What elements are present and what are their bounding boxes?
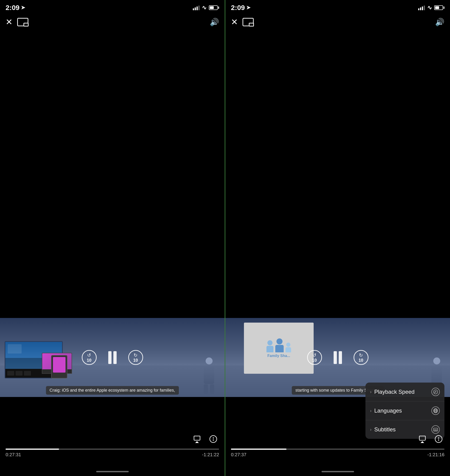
- chevron-playback-icon: ›: [370, 390, 372, 394]
- status-bar-right: 2:09 ➤ ∿: [225, 0, 450, 14]
- battery-right: [434, 5, 444, 10]
- skip-forward-label-right: 10: [358, 358, 363, 363]
- bar3r: [422, 6, 423, 10]
- skip-back-label-left: 10: [87, 358, 91, 363]
- skip-back-button-left[interactable]: ↺ 10: [82, 350, 97, 365]
- presentation-board-right: Family Sha...: [244, 323, 314, 374]
- close-button-left[interactable]: ✕: [6, 18, 12, 26]
- svg-point-22: [438, 440, 439, 441]
- time-row-left: 0:27:31 -1:21:22: [6, 452, 219, 457]
- languages-label: Languages: [374, 407, 402, 414]
- chevron-languages-icon: ›: [370, 408, 372, 413]
- bar2: [195, 7, 196, 10]
- subtitle-left: Craig: iOS and the entire Apple ecosyste…: [46, 386, 179, 395]
- skip-back-label-right: 10: [312, 358, 317, 363]
- more-options-button-right[interactable]: [433, 433, 444, 445]
- svg-marker-1: [195, 441, 199, 443]
- location-arrow-right: ➤: [246, 5, 250, 11]
- black-top-right: [225, 30, 450, 318]
- globe-icon: [432, 406, 440, 415]
- presenter-left: [203, 357, 215, 392]
- time-elapsed-left: 0:27:31: [6, 452, 21, 457]
- volume-button-left[interactable]: 🔊: [210, 18, 219, 26]
- options-menu-right: › Playback Speed ›: [365, 383, 444, 439]
- progress-track-left: [6, 449, 219, 450]
- subtitles-label: Subtitles: [374, 426, 396, 433]
- pip-button-right[interactable]: [243, 18, 254, 26]
- status-icons-left: ∿: [193, 4, 219, 11]
- chevron-subtitles-icon: ›: [370, 427, 372, 432]
- progress-fill-right: [231, 449, 286, 450]
- playback-speed-label: Playback Speed: [374, 389, 414, 395]
- svg-rect-17: [419, 436, 425, 440]
- bar2r: [420, 7, 421, 10]
- wifi-icon-left: ∿: [202, 4, 207, 11]
- family-sharing-icon: Family Sha...: [266, 338, 291, 358]
- left-panel: 2:09 ➤ ∿ ✕: [0, 0, 225, 476]
- home-indicator-left: [96, 471, 129, 472]
- skip-forward-label-left: 10: [133, 358, 138, 363]
- home-indicator-right: [321, 471, 354, 472]
- pause-button-right[interactable]: [334, 351, 342, 364]
- video-area-left: ↺ 10 ↻ 10 Craig: iOS and the entire Appl…: [0, 318, 225, 397]
- skip-back-button-right[interactable]: ↺ 10: [307, 350, 322, 365]
- bar3: [196, 6, 198, 10]
- pause-bar1: [108, 351, 112, 364]
- time-left: 2:09: [6, 4, 19, 12]
- svg-point-5: [213, 440, 214, 441]
- playback-controls-right: ↺ 10 ↻ 10: [307, 350, 368, 365]
- close-button-right[interactable]: ✕: [231, 18, 238, 26]
- svg-point-4: [213, 439, 214, 440]
- black-bottom-right: › Playback Speed ›: [225, 397, 450, 476]
- subtitles-icon: [432, 425, 440, 434]
- skip-forward-button-left[interactable]: ↻ 10: [128, 350, 143, 365]
- bar1r: [418, 8, 419, 10]
- right-panel: 2:09 ➤ ∿ ✕: [225, 0, 450, 476]
- progress-track-right: [231, 449, 444, 450]
- progress-bar-left[interactable]: [6, 449, 219, 450]
- skip-forward-button-right[interactable]: ↻ 10: [354, 350, 368, 365]
- menu-item-languages[interactable]: › Languages: [365, 401, 444, 420]
- bar4r: [424, 6, 425, 10]
- ipad-left: [51, 355, 67, 378]
- playback-controls-left: ↺ 10 ↻ 10: [82, 350, 143, 365]
- speedometer-icon: [432, 388, 440, 396]
- svg-point-7: [435, 392, 436, 392]
- pause-bar2r: [339, 351, 342, 364]
- svg-point-3: [213, 437, 214, 438]
- top-controls-left: ✕ 🔊: [0, 14, 225, 30]
- action-row-right: [231, 433, 444, 445]
- time-remaining-left: -1:21:22: [202, 452, 219, 457]
- pause-bar2: [113, 351, 117, 364]
- svg-point-20: [438, 437, 439, 438]
- time-remaining-right: -1:21:16: [427, 452, 444, 457]
- battery-left: [209, 5, 219, 10]
- signal-left: [193, 5, 200, 10]
- volume-button-right[interactable]: 🔊: [435, 18, 444, 26]
- progress-bar-right[interactable]: [231, 449, 444, 450]
- more-options-button-left[interactable]: [207, 433, 219, 445]
- top-controls-right: ✕ 🔊: [225, 14, 450, 30]
- devices-display-left: [5, 339, 77, 385]
- action-row-left: [6, 433, 219, 445]
- status-icons-right: ∿: [418, 4, 444, 11]
- bar1: [193, 8, 194, 10]
- airplay-button-left[interactable]: [191, 433, 203, 445]
- signal-right: [418, 5, 425, 10]
- svg-marker-18: [420, 441, 424, 443]
- bottom-controls-left: 0:27:31 -1:21:22: [0, 433, 225, 457]
- svg-point-21: [438, 439, 439, 440]
- svg-rect-0: [194, 436, 200, 440]
- menu-item-playback-speed[interactable]: › Playback Speed: [365, 383, 444, 401]
- bottom-controls-right: 0:27:37 -1:21:16: [225, 433, 450, 457]
- pause-bar1r: [334, 351, 337, 364]
- time-right: 2:09: [231, 4, 245, 12]
- pause-button-left[interactable]: [108, 351, 117, 364]
- airplay-button-right[interactable]: [417, 433, 428, 445]
- status-bar-left: 2:09 ➤ ∿: [0, 0, 225, 14]
- black-bottom-left: 0:27:31 -1:21:22: [0, 397, 225, 476]
- pip-button-left[interactable]: [17, 18, 28, 26]
- time-elapsed-right: 0:27:37: [231, 452, 247, 457]
- location-arrow-left: ➤: [21, 5, 25, 11]
- black-top-left: [0, 30, 225, 318]
